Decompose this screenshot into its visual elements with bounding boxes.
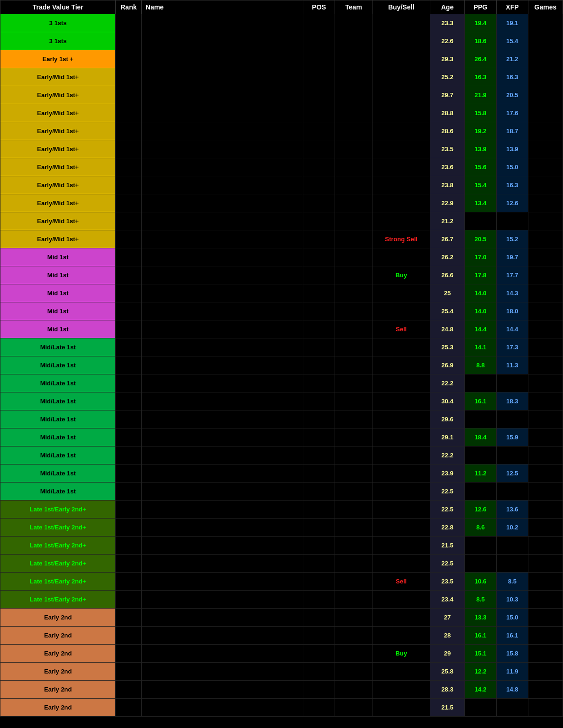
trade-value-table: Trade Value Tier Rank Name POS Team Buy/… <box>0 0 563 717</box>
ppg-cell: 12.6 <box>464 500 496 519</box>
pos-cell <box>303 609 335 627</box>
xfp-cell: 17.6 <box>496 104 528 122</box>
xfp-cell: 15.2 <box>496 230 528 248</box>
table-row: Early 1st +29.326.421.2 <box>0 50 563 68</box>
ppg-cell: 15.8 <box>464 104 496 122</box>
name-cell <box>142 537 303 555</box>
pos-cell <box>303 248 335 266</box>
buysell-cell <box>372 482 430 500</box>
team-cell <box>335 338 372 356</box>
table-row: Mid/Late 1st30.416.118.3 <box>0 392 563 410</box>
rank-cell <box>116 176 142 194</box>
pos-cell <box>303 591 335 609</box>
xfp-cell: 8.5 <box>496 573 528 591</box>
table-row: Mid/Late 1st29.6 <box>0 410 563 428</box>
team-cell <box>335 374 372 392</box>
games-cell <box>528 446 563 464</box>
buysell-cell: Buy <box>372 266 430 284</box>
games-cell <box>528 482 563 500</box>
rank-cell <box>116 266 142 284</box>
name-cell <box>142 482 303 500</box>
buysell-cell <box>372 32 430 50</box>
xfp-cell <box>496 537 528 555</box>
games-cell <box>528 104 563 122</box>
name-cell <box>142 32 303 50</box>
buysell-cell <box>372 681 430 699</box>
games-cell <box>528 428 563 446</box>
team-cell <box>335 266 372 284</box>
team-cell <box>335 609 372 627</box>
age-cell: 22.5 <box>430 555 464 573</box>
ppg-cell: 13.3 <box>464 609 496 627</box>
buysell-cell <box>372 86 430 104</box>
tier-cell: Early 2nd <box>0 699 116 717</box>
buysell-cell <box>372 374 430 392</box>
xfp-cell: 15.0 <box>496 609 528 627</box>
team-cell <box>335 176 372 194</box>
ppg-cell: 15.4 <box>464 176 496 194</box>
pos-cell <box>303 627 335 645</box>
buysell-cell <box>372 410 430 428</box>
team-cell <box>335 86 372 104</box>
xfp-cell: 20.5 <box>496 86 528 104</box>
rank-cell <box>116 302 142 320</box>
buysell-cell <box>372 464 430 482</box>
team-cell <box>335 104 372 122</box>
age-cell: 21.5 <box>430 537 464 555</box>
rank-cell <box>116 68 142 86</box>
rank-cell <box>116 627 142 645</box>
col-header-tier: Trade Value Tier <box>0 0 116 14</box>
team-cell <box>335 645 372 663</box>
table-row: Late 1st/Early 2nd+22.5 <box>0 555 563 573</box>
tier-cell: Late 1st/Early 2nd+ <box>0 555 116 573</box>
age-cell: 26.6 <box>430 266 464 284</box>
ppg-cell: 26.4 <box>464 50 496 68</box>
age-cell: 25.2 <box>430 68 464 86</box>
tier-cell: 3 1sts <box>0 14 116 32</box>
pos-cell <box>303 32 335 50</box>
col-header-ppg: PPG <box>464 0 496 14</box>
pos-cell <box>303 194 335 212</box>
buysell-cell <box>372 14 430 32</box>
rank-cell <box>116 230 142 248</box>
pos-cell <box>303 699 335 717</box>
team-cell <box>335 464 372 482</box>
games-cell <box>528 284 563 302</box>
games-cell <box>528 356 563 374</box>
age-cell: 30.4 <box>430 392 464 410</box>
tier-cell: Late 1st/Early 2nd+ <box>0 573 116 591</box>
games-cell <box>528 464 563 482</box>
tier-cell: Early/Mid 1st+ <box>0 230 116 248</box>
rank-cell <box>116 212 142 230</box>
tier-cell: Early/Mid 1st+ <box>0 68 116 86</box>
team-cell <box>335 663 372 681</box>
xfp-cell: 11.3 <box>496 356 528 374</box>
buysell-cell <box>372 446 430 464</box>
age-cell: 29.1 <box>430 428 464 446</box>
main-container: Trade Value Tier Rank Name POS Team Buy/… <box>0 0 563 717</box>
table-row: Late 1st/Early 2nd+21.5 <box>0 537 563 555</box>
xfp-cell <box>496 555 528 573</box>
rank-cell <box>116 464 142 482</box>
xfp-cell: 15.0 <box>496 158 528 176</box>
name-cell <box>142 86 303 104</box>
games-cell <box>528 392 563 410</box>
team-cell <box>335 681 372 699</box>
team-cell <box>335 573 372 591</box>
table-row: Late 1st/Early 2nd+22.512.613.6 <box>0 500 563 519</box>
pos-cell <box>303 158 335 176</box>
ppg-cell <box>464 482 496 500</box>
table-row: 3 1sts23.319.419.1 <box>0 14 563 32</box>
games-cell <box>528 176 563 194</box>
buysell-cell <box>372 519 430 537</box>
pos-cell <box>303 320 335 338</box>
team-cell <box>335 410 372 428</box>
pos-cell <box>303 284 335 302</box>
rank-cell <box>116 392 142 410</box>
tier-cell: Mid 1st <box>0 302 116 320</box>
tier-cell: Mid/Late 1st <box>0 446 116 464</box>
table-row: Early/Mid 1st+23.815.416.3 <box>0 176 563 194</box>
pos-cell <box>303 86 335 104</box>
tier-cell: Early 2nd <box>0 627 116 645</box>
games-cell <box>528 609 563 627</box>
